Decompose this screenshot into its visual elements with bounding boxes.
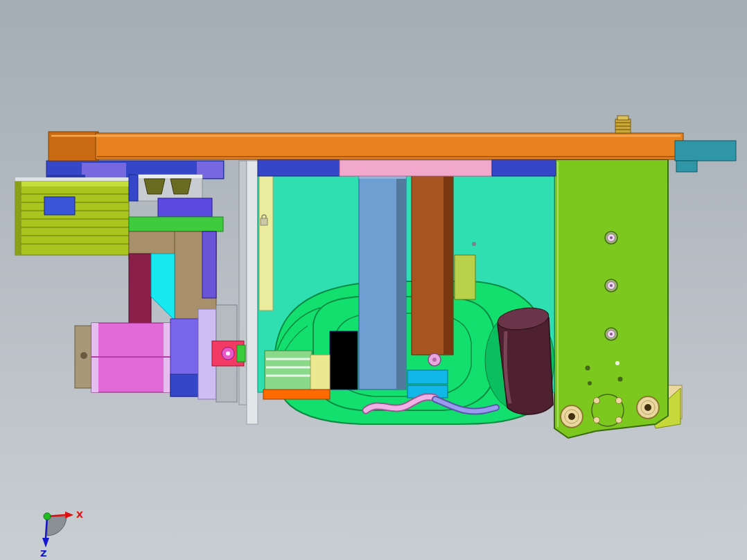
origin-ball [44, 513, 51, 520]
part-striped-slide[interactable] [265, 351, 330, 392]
washer-bolt[interactable] [561, 405, 583, 428]
part-green-bar[interactable] [129, 217, 223, 231]
part-cyan-block[interactable] [407, 370, 448, 384]
olive-slot [144, 179, 165, 194]
x-axis-label: X [76, 509, 83, 520]
pin-dot [472, 242, 476, 246]
violet-insert [202, 231, 216, 298]
part-steel-column[interactable] [359, 175, 406, 390]
part-yellow-green-insert[interactable] [455, 255, 475, 299]
counterbore-hole [605, 231, 617, 244]
part-right-support-plate[interactable] [554, 159, 682, 438]
maroon-slab [129, 254, 151, 324]
gold-fitting[interactable] [615, 116, 631, 133]
washer-bolt[interactable] [637, 396, 659, 419]
part-blue-rail[interactable] [258, 159, 340, 176]
part-brown-column[interactable] [412, 176, 453, 355]
part-purple-block[interactable] [330, 331, 358, 390]
vertical-rail[interactable] [247, 161, 258, 424]
part-pink-rail[interactable] [340, 160, 492, 176]
cad-canvas[interactable]: X Z [0, 0, 747, 560]
teal-end-tab [676, 161, 697, 172]
pale-strip [259, 176, 273, 310]
part-chartreuse-block[interactable] [15, 182, 129, 255]
z-axis-label: Z [40, 548, 46, 559]
dowel-dot [586, 366, 590, 371]
dowel-dot [588, 381, 592, 385]
clamp-center [226, 351, 230, 356]
ejector-pin-button[interactable] [428, 353, 441, 366]
olive-slot [170, 179, 191, 194]
teal-end-block[interactable] [675, 141, 736, 161]
mount-blue [170, 374, 198, 396]
cap-bore [80, 352, 87, 359]
dowel-dot [618, 377, 623, 382]
part-orange-bar[interactable] [263, 390, 330, 399]
part-blue-small[interactable] [129, 175, 138, 201]
part-mold-core[interactable] [258, 175, 554, 424]
cad-viewport[interactable]: X Z [0, 0, 747, 560]
dowel-dot [615, 361, 619, 365]
plate-body[interactable] [96, 133, 683, 159]
blue-notch [44, 197, 75, 215]
part-violet-block[interactable] [158, 198, 212, 217]
green-stop [237, 345, 245, 362]
counterbore-hole [605, 279, 617, 292]
counterbore-hole [605, 328, 617, 340]
tie-rod[interactable] [239, 161, 247, 405]
part-connector[interactable] [137, 175, 202, 201]
part-blue-rail[interactable] [492, 159, 556, 176]
